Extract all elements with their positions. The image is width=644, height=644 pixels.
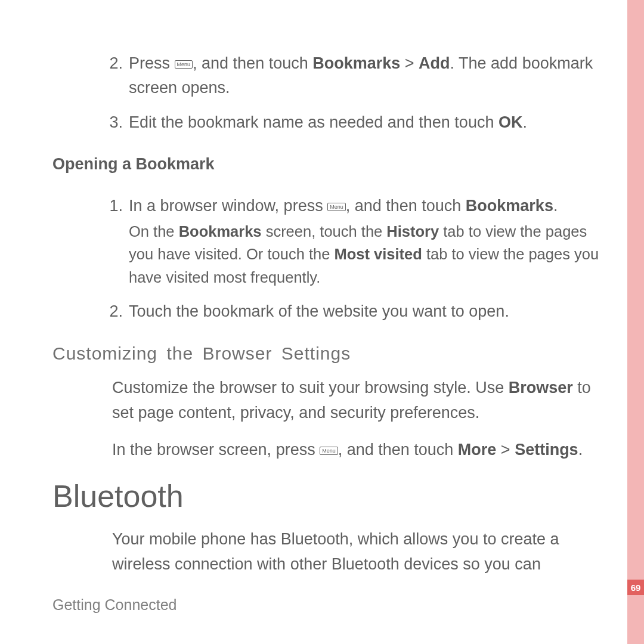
- step-list-a: 2. Press Menu, and then touch Bookmarks …: [52, 51, 601, 135]
- step-list-b: 1. In a browser window, press Menu, and …: [52, 194, 601, 324]
- text: >: [400, 54, 419, 72]
- menu-key-icon: Menu: [320, 447, 338, 455]
- list-item: 3. Edit the bookmark name as needed and …: [52, 110, 601, 135]
- text: screen, touch the: [262, 223, 387, 240]
- bold-text: Bookmarks: [466, 197, 553, 215]
- side-stripe: [627, 0, 644, 644]
- list-number: 3.: [52, 110, 129, 135]
- list-item: 2. Touch the bookmark of the website you…: [52, 299, 601, 324]
- bold-text: Most visited: [334, 246, 422, 262]
- text: Edit the bookmark name as needed and the…: [129, 113, 499, 131]
- bold-text: OK: [499, 113, 523, 131]
- text: .: [522, 113, 527, 131]
- bold-text: Add: [419, 54, 450, 72]
- page-content: 2. Press Menu, and then touch Bookmarks …: [52, 51, 601, 589]
- page-number: 69: [627, 580, 644, 595]
- bold-text: Bookmarks: [179, 223, 262, 240]
- text: , and then touch: [338, 441, 458, 459]
- list-item: 1. In a browser window, press Menu, and …: [52, 194, 601, 289]
- list-number: 1.: [52, 194, 129, 289]
- list-body: Edit the bookmark name as needed and the…: [129, 110, 601, 135]
- list-body: Touch the bookmark of the website you wa…: [129, 299, 601, 324]
- bold-text: History: [386, 223, 439, 240]
- text: Touch the bookmark of the website you wa…: [129, 302, 509, 320]
- text: >: [496, 441, 515, 459]
- paragraph: Customize the browser to suit your brows…: [112, 376, 601, 426]
- bold-text: Settings: [515, 441, 578, 459]
- text: , and then touch: [346, 197, 466, 215]
- list-number: 2.: [52, 299, 129, 324]
- list-item: 2. Press Menu, and then touch Bookmarks …: [52, 51, 601, 100]
- text: Customize the browser to suit your brows…: [112, 379, 509, 397]
- menu-key-icon: Menu: [327, 203, 346, 211]
- text: .: [578, 441, 583, 459]
- text: Press: [129, 54, 175, 72]
- bold-text: More: [458, 441, 497, 459]
- text: In the browser screen, press: [112, 441, 320, 459]
- bold-text: Bookmarks: [312, 54, 400, 72]
- sub-note: On the Bookmarks screen, touch the Histo…: [129, 220, 601, 289]
- footer-chapter: Getting Connected: [52, 596, 177, 614]
- text: In a browser window, press: [129, 197, 327, 215]
- menu-key-icon: Menu: [175, 60, 193, 69]
- list-body: In a browser window, press Menu, and the…: [129, 194, 601, 289]
- heading-opening-bookmark: Opening a Bookmark: [52, 155, 601, 174]
- bold-text: Browser: [509, 379, 573, 397]
- list-body: Press Menu, and then touch Bookmarks > A…: [129, 51, 601, 100]
- text: On the: [129, 223, 179, 240]
- heading-bluetooth: Bluetooth: [52, 478, 601, 514]
- paragraph: Your mobile phone has Bluetooth, which a…: [112, 527, 601, 577]
- text: , and then touch: [193, 54, 312, 72]
- paragraph: In the browser screen, press Menu, and t…: [112, 438, 601, 463]
- text: .: [553, 197, 558, 215]
- heading-customizing-browser: Customizing the Browser Settings: [52, 343, 601, 364]
- list-number: 2.: [52, 51, 129, 100]
